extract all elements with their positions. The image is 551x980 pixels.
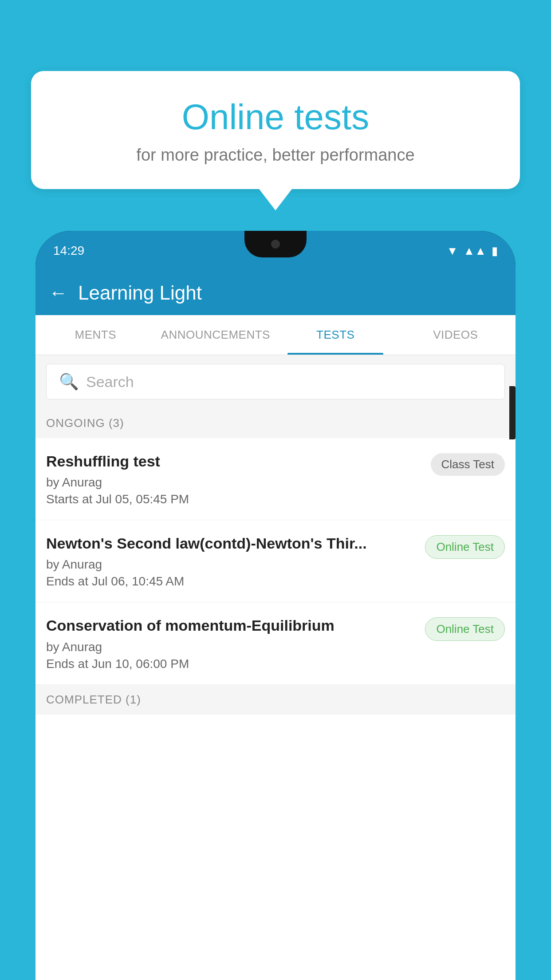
test-item-2[interactable]: Newton's Second law(contd)-Newton's Thir… [35,520,516,602]
test-title-1: Reshuffling test [46,451,422,471]
tab-announcements[interactable]: ANNOUNCEMENTS [156,315,276,355]
test-list: Reshuffling test by Anurag Starts at Jul… [35,438,516,685]
signal-icon: ▲▲ [464,244,486,258]
tab-ments[interactable]: MENTS [35,315,156,355]
back-button[interactable]: ← [49,282,67,304]
tabs-bar: MENTS ANNOUNCEMENTS TESTS VIDEOS [35,315,516,355]
test-title-2: Newton's Second law(contd)-Newton's Thir… [46,533,416,553]
app-header: ← Learning Light [35,271,516,315]
test-badge-2: Online Test [425,535,505,559]
search-container: 🔍 Search [35,355,516,408]
phone-screen: ← Learning Light MENTS ANNOUNCEMENTS TES… [35,271,516,980]
completed-label: COMPLETED (1) [46,693,141,706]
test-info-1: Reshuffling test by Anurag Starts at Jul… [46,451,422,506]
phone-mockup: 14:29 ▼ ▲▲ ▮ ← Learning Light MENTS ANNO… [35,231,516,980]
ongoing-label: ONGOING (3) [46,416,124,430]
test-date-3: Ends at Jun 10, 06:00 PM [46,657,416,671]
app-title: Learning Light [78,282,202,304]
test-info-2: Newton's Second law(contd)-Newton's Thir… [46,533,416,589]
bubble-title: Online tests [49,98,502,137]
test-date-1: Starts at Jul 05, 05:45 PM [46,492,422,506]
phone-notch [244,231,307,257]
phone-side-button [509,386,516,439]
camera-notch [271,240,280,249]
test-author-2: by Anurag [46,557,416,572]
test-date-2: Ends at Jul 06, 10:45 AM [46,574,416,589]
test-title-3: Conservation of momentum-Equilibrium [46,616,416,635]
status-bar: 14:29 ▼ ▲▲ ▮ [35,231,516,271]
status-icons: ▼ ▲▲ ▮ [447,244,498,258]
phone-time: 14:29 [53,244,84,258]
ongoing-section-header: ONGOING (3) [35,408,516,438]
speech-bubble: Online tests for more practice, better p… [31,71,520,189]
test-item-3[interactable]: Conservation of momentum-Equilibrium by … [35,602,516,684]
test-item-1[interactable]: Reshuffling test by Anurag Starts at Jul… [35,438,516,520]
wifi-icon: ▼ [447,244,458,258]
test-info-3: Conservation of momentum-Equilibrium by … [46,616,416,671]
battery-icon: ▮ [492,244,498,258]
test-badge-1: Class Test [431,453,505,476]
test-badge-3: Online Test [425,617,505,641]
search-icon: 🔍 [59,372,79,391]
test-author-3: by Anurag [46,640,416,654]
completed-section-header: COMPLETED (1) [35,685,516,715]
bubble-subtitle: for more practice, better performance [49,146,502,165]
test-author-1: by Anurag [46,475,422,490]
tab-videos[interactable]: VIDEOS [396,315,516,355]
tab-tests[interactable]: TESTS [276,315,396,355]
search-bar[interactable]: 🔍 Search [46,364,505,399]
search-input[interactable]: Search [86,373,134,391]
